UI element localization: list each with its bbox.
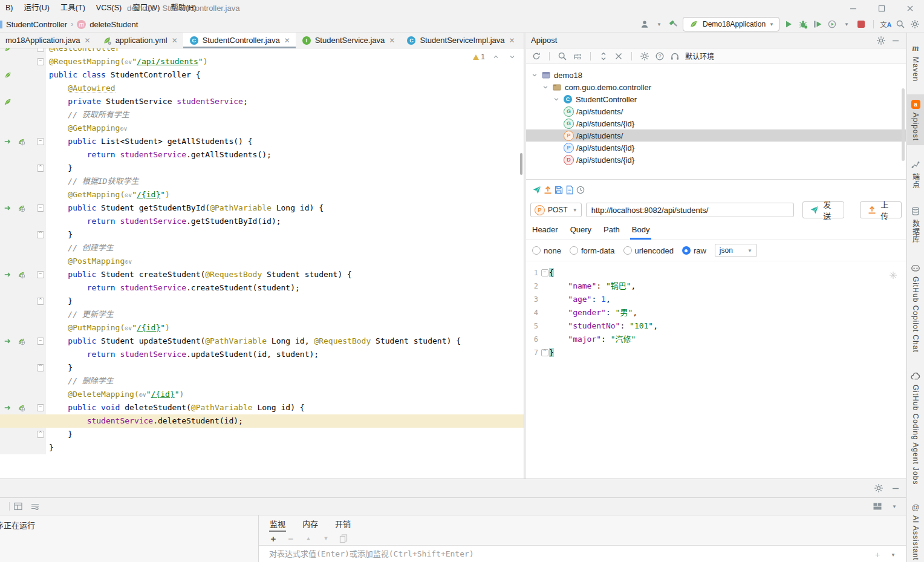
leaf-globe-icon[interactable] <box>16 336 27 347</box>
editor-tab[interactable]: IStudentService.java✕ <box>296 33 401 48</box>
stop-icon[interactable] <box>856 19 867 30</box>
editor-tab[interactable]: mo18Application.java✕ <box>0 33 96 48</box>
save-icon[interactable] <box>553 185 564 195</box>
api-tree-node[interactable]: com.guo.demo.controller <box>526 81 906 93</box>
debug-tab[interactable]: 开销 <box>334 515 351 532</box>
api-tree-node[interactable]: CStudentController <box>526 93 906 105</box>
gutter[interactable] <box>0 188 35 201</box>
fold-end-marker[interactable]: ^ <box>37 165 44 172</box>
gutter[interactable] <box>0 55 35 68</box>
tree-scrollbar[interactable] <box>902 88 905 161</box>
tool-stripe-maven[interactable]: mMaven <box>907 39 924 86</box>
gutter[interactable] <box>0 228 35 241</box>
expand-icon[interactable] <box>598 51 609 62</box>
breadcrumb-method[interactable]: deleteStudent <box>89 20 138 29</box>
gutter[interactable] <box>0 82 35 95</box>
endpoint-arrow-icon[interactable] <box>2 336 13 347</box>
tool-stripe-cloud[interactable]: GitHub Coding Agent Jobs <box>907 367 924 489</box>
request-tab-header[interactable]: Header <box>532 225 558 240</box>
close-button[interactable] <box>896 0 924 16</box>
endpoint-arrow-icon[interactable] <box>2 136 13 147</box>
upload-icon[interactable] <box>542 185 553 195</box>
gutter[interactable] <box>0 281 35 295</box>
caret-down-icon[interactable]: ▼ <box>841 19 852 30</box>
editor-scrollbar[interactable] <box>520 153 522 175</box>
fold-end-marker[interactable]: ^ <box>37 364 44 371</box>
close-icon[interactable]: ✕ <box>172 36 178 45</box>
editor-tab[interactable]: CStudentServiceImpl.java✕ <box>400 33 520 48</box>
gutter[interactable] <box>0 95 35 108</box>
tri-up-icon[interactable]: ▲ <box>303 533 314 544</box>
run-configuration-select[interactable]: Demo18Application ▼ <box>683 17 779 31</box>
endpoint-arrow-icon[interactable] <box>2 402 13 413</box>
collapse-icon[interactable] <box>613 51 624 62</box>
gutter[interactable] <box>0 308 35 321</box>
request-tab-query[interactable]: Query <box>570 225 591 240</box>
request-tab-path[interactable]: Path <box>604 225 620 240</box>
tool-stripe-apipost[interactable]: aApipost <box>907 94 924 145</box>
fold-marker[interactable]: − <box>541 269 548 276</box>
chevron-down-icon[interactable] <box>542 83 549 91</box>
gutter[interactable] <box>0 361 35 374</box>
gutter[interactable] <box>0 268 35 281</box>
view-options-icon[interactable] <box>30 501 41 512</box>
headphones-icon[interactable] <box>669 51 680 62</box>
gutter[interactable] <box>0 201 35 215</box>
bean-icon[interactable] <box>2 48 13 54</box>
menu-item[interactable]: B) <box>0 0 19 16</box>
api-tree-node[interactable]: demo18 <box>526 69 906 81</box>
tool-stripe-copilot[interactable]: GitHub Copilot Chat <box>907 258 924 357</box>
coverage-icon[interactable] <box>812 19 823 30</box>
debug-tab[interactable]: 内存 <box>302 515 319 532</box>
fold-end-marker[interactable]: ^ <box>37 431 44 438</box>
minimize-button[interactable] <box>839 0 867 16</box>
breadcrumb-class[interactable]: StudentController <box>6 20 67 29</box>
gutter[interactable] <box>0 401 35 414</box>
profiler-icon[interactable] <box>827 19 838 30</box>
radio-icon[interactable] <box>570 246 578 255</box>
url-input[interactable] <box>586 203 795 217</box>
menu-item[interactable]: VCS(S) <box>91 0 127 16</box>
plus-dim-icon[interactable]: + <box>872 549 883 560</box>
watch-expression-input[interactable] <box>268 549 875 559</box>
api-endpoint-row[interactable]: P/api/students/{id} <box>526 142 906 154</box>
translate-icon[interactable]: 文A <box>880 19 891 30</box>
send-icon[interactable] <box>532 185 542 195</box>
debug-tab[interactable]: 监视 <box>269 515 286 532</box>
fold-end-marker[interactable]: ^ <box>37 298 44 305</box>
tool-stripe-endpoints[interactable]: 端点 <box>907 155 924 193</box>
fold-marker[interactable]: − <box>37 404 44 411</box>
close-icon[interactable]: ✕ <box>509 36 515 45</box>
history-icon[interactable] <box>575 185 586 195</box>
tool-stripe-at[interactable]: @AI Assistant <box>907 497 924 562</box>
gutter[interactable] <box>0 348 35 361</box>
tool-stripe-database[interactable]: 数据库 <box>907 201 924 247</box>
search-icon[interactable] <box>557 51 568 62</box>
gutter[interactable] <box>0 414 35 428</box>
gutter[interactable] <box>0 335 35 348</box>
settings-icon[interactable] <box>876 35 887 46</box>
hammer-icon[interactable] <box>668 19 679 30</box>
gutter[interactable] <box>0 68 35 82</box>
caret-down-icon[interactable]: ▼ <box>889 501 900 512</box>
menu-item[interactable]: 工具(T) <box>55 0 91 16</box>
tri-down-icon[interactable]: ▼ <box>320 533 331 544</box>
gutter[interactable] <box>0 162 35 175</box>
fold-marker[interactable]: − <box>37 58 44 65</box>
request-body-editor[interactable]: 1−{2 "name": "锅巴",3 "age": 1,4 "gender":… <box>526 261 906 479</box>
user-icon[interactable] <box>639 19 650 30</box>
prev-warning-icon[interactable] <box>490 51 501 62</box>
caret-down-icon[interactable]: ▼ <box>654 19 665 30</box>
close-icon[interactable]: ✕ <box>389 36 395 45</box>
fold-marker[interactable]: − <box>37 48 44 52</box>
doc-icon[interactable] <box>564 185 575 195</box>
api-endpoint-row[interactable]: P/api/students/ <box>526 129 906 142</box>
close-icon[interactable]: ✕ <box>284 36 290 45</box>
leaf-globe-icon[interactable] <box>16 136 27 147</box>
chevron-down-icon[interactable] <box>553 96 560 103</box>
minimize-icon[interactable] <box>890 35 901 46</box>
run-icon[interactable] <box>783 19 794 30</box>
gutter[interactable] <box>0 148 35 162</box>
environment-select[interactable]: 默认环境 <box>685 51 714 61</box>
api-endpoint-row[interactable]: D/api/students/{id} <box>526 154 906 166</box>
